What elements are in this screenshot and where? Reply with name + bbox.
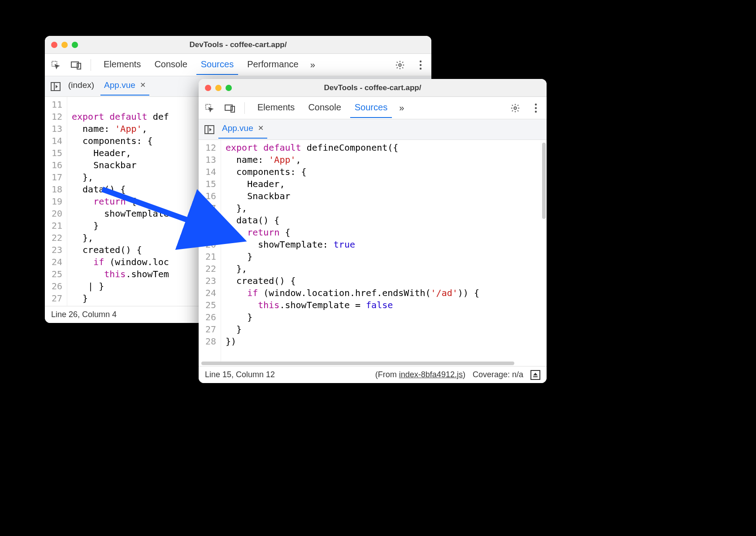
window-title: DevTools - coffee-cart.app/: [45, 40, 431, 49]
tab-console[interactable]: Console: [304, 98, 345, 118]
navigator-panel-icon[interactable]: [203, 123, 216, 136]
gear-icon[interactable]: [509, 102, 521, 114]
svg-point-6: [420, 67, 421, 69]
close-window-button[interactable]: [51, 42, 57, 48]
inspect-icon[interactable]: [203, 102, 216, 114]
code-editor[interactable]: 12 13 14 15 16 17 18 19 20 21 22 23 24 2…: [199, 140, 547, 362]
minimize-window-button[interactable]: [61, 42, 68, 48]
titlebar[interactable]: DevTools - coffee-cart.app/: [45, 36, 431, 54]
gear-icon[interactable]: [394, 59, 406, 71]
device-toolbar-icon[interactable]: [224, 102, 236, 114]
tab-sources[interactable]: Sources: [350, 98, 392, 118]
panel-tabs: Elements Console Sources Performance »: [99, 55, 386, 75]
cursor-position: Line 15, Column 12: [205, 370, 275, 379]
line-gutter: 12 13 14 15 16 17 18 19 20 21 22 23 24 2…: [199, 140, 221, 362]
svg-point-13: [535, 103, 537, 105]
main-toolbar: Elements Console Sources Performance »: [45, 54, 431, 76]
navigator-panel-icon[interactable]: [49, 80, 62, 93]
window-title: DevTools - coffee-cart.app/: [199, 83, 547, 92]
file-tab-app-vue[interactable]: App.vue ✕: [100, 78, 149, 96]
close-window-button[interactable]: [205, 85, 211, 91]
tab-elements[interactable]: Elements: [99, 55, 145, 75]
close-icon[interactable]: ✕: [140, 81, 146, 89]
kebab-icon[interactable]: [414, 59, 427, 71]
source-map-from: (From index-8bfa4912.js): [375, 370, 465, 379]
svg-point-4: [420, 60, 421, 62]
kebab-icon[interactable]: [530, 102, 542, 114]
tab-console[interactable]: Console: [150, 55, 191, 75]
file-tab-label: (index): [68, 80, 94, 90]
svg-point-5: [420, 64, 421, 65]
close-icon[interactable]: ✕: [258, 124, 264, 132]
device-toolbar-icon[interactable]: [70, 59, 83, 71]
minimize-window-button[interactable]: [215, 85, 222, 91]
code-content[interactable]: export default defineComponent({ name: '…: [221, 140, 547, 362]
svg-point-12: [514, 107, 517, 109]
file-tab-label: App.vue: [104, 80, 135, 90]
zoom-window-button[interactable]: [226, 85, 232, 91]
line-gutter: 11 12 13 14 15 16 17 18 19 20 21 22 23 2…: [45, 97, 67, 306]
more-tabs-button[interactable]: »: [308, 57, 318, 73]
eject-icon[interactable]: [530, 370, 540, 380]
traffic-lights: [51, 42, 78, 48]
file-tabs-bar: App.vue ✕: [199, 119, 547, 140]
svg-point-14: [535, 107, 537, 109]
tab-elements[interactable]: Elements: [253, 98, 299, 118]
tab-performance[interactable]: Performance: [243, 55, 303, 75]
zoom-window-button[interactable]: [72, 42, 78, 48]
file-tab-app-vue[interactable]: App.vue ✕: [218, 121, 267, 139]
svg-point-3: [399, 64, 401, 66]
coverage-label: Coverage: n/a: [473, 370, 523, 379]
toolbar-divider: [91, 59, 91, 71]
toolbar-divider: [244, 102, 245, 114]
more-tabs-button[interactable]: »: [396, 100, 407, 116]
vertical-scrollbar[interactable]: [542, 143, 546, 219]
svg-rect-18: [533, 376, 538, 377]
devtools-window-b: DevTools - coffee-cart.app/ Elements Con…: [199, 79, 547, 383]
titlebar[interactable]: DevTools - coffee-cart.app/: [199, 79, 547, 97]
panel-tabs: Elements Console Sources »: [253, 98, 407, 118]
horizontal-scrollbar[interactable]: [199, 362, 547, 366]
cursor-position: Line 26, Column 4: [51, 310, 117, 319]
file-tab-index[interactable]: (index): [65, 78, 98, 96]
file-tab-label: App.vue: [222, 123, 253, 133]
main-toolbar: Elements Console Sources »: [199, 97, 547, 119]
traffic-lights: [205, 85, 232, 91]
status-bar: Line 15, Column 12 (From index-8bfa4912.…: [199, 366, 547, 383]
inspect-icon[interactable]: [49, 59, 62, 71]
svg-point-15: [535, 110, 537, 112]
source-map-link[interactable]: index-8bfa4912.js: [399, 370, 463, 379]
tab-sources[interactable]: Sources: [196, 55, 238, 75]
